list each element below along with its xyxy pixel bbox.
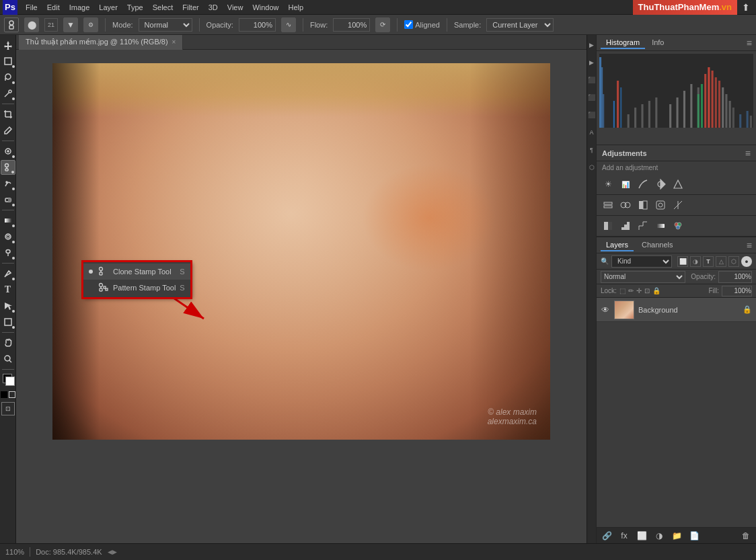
lock-artboard-icon[interactable]: ⊡ xyxy=(644,287,650,294)
dodge-tool[interactable] xyxy=(1,245,15,260)
menu-layer[interactable]: Layer xyxy=(95,2,122,13)
menu-help[interactable]: Help xyxy=(285,2,308,13)
airbrush-icon[interactable]: ∿ xyxy=(281,17,296,32)
filter-pixel-icon[interactable]: ⬜ xyxy=(677,256,688,267)
aligned-checkbox[interactable] xyxy=(404,20,413,29)
lock-position-icon[interactable]: ✛ xyxy=(636,287,642,294)
threshold-icon[interactable] xyxy=(636,218,650,233)
brush-size-indicator[interactable]: 21 xyxy=(44,18,58,32)
vibrance-icon[interactable] xyxy=(671,177,685,192)
layer-blend-mode[interactable]: Normal xyxy=(601,271,685,283)
menu-3d[interactable]: 3D xyxy=(204,2,222,13)
nav-left-icon[interactable]: ◀ xyxy=(108,549,112,555)
add-mask-btn[interactable]: ⬜ xyxy=(634,530,649,542)
hand-tool[interactable] xyxy=(1,335,15,350)
filter-smart-icon[interactable]: ⬡ xyxy=(728,256,739,267)
healing-brush-tool[interactable] xyxy=(1,144,15,159)
flow-icon[interactable]: ⟳ xyxy=(375,17,390,32)
add-style-btn[interactable]: fx xyxy=(617,530,632,542)
select-rect-tool[interactable] xyxy=(1,54,15,69)
color-balance-icon[interactable] xyxy=(618,198,633,212)
panel-icon-1[interactable]: ⬛ xyxy=(588,73,596,87)
eraser-tool[interactable] xyxy=(1,192,15,207)
upload-icon[interactable]: ⬆ xyxy=(739,0,753,15)
curves-icon[interactable] xyxy=(636,177,650,192)
selective-color-icon[interactable] xyxy=(671,218,685,233)
tab-info[interactable]: Info xyxy=(646,37,669,49)
layer-kind-filter[interactable]: Kind xyxy=(611,255,672,268)
mode-select[interactable]: Normal xyxy=(139,18,192,32)
brightness-contrast-icon[interactable]: ☀ xyxy=(601,177,615,192)
text-tool[interactable]: T xyxy=(1,282,15,297)
tab-channels[interactable]: Channels xyxy=(636,239,678,251)
new-fill-adj-btn[interactable]: ◑ xyxy=(652,530,667,542)
panel-icon-5[interactable]: ¶ xyxy=(588,143,596,157)
lock-all-icon[interactable]: 🔒 xyxy=(652,287,660,294)
menu-image[interactable]: Image xyxy=(65,2,94,13)
link-layers-btn[interactable]: 🔗 xyxy=(599,530,614,542)
menu-file[interactable]: File xyxy=(22,2,42,13)
move-tool[interactable] xyxy=(1,38,15,52)
filter-toggle[interactable]: ● xyxy=(741,256,752,267)
brush-options-icon[interactable]: ⚙ xyxy=(83,17,98,32)
gradient-tool[interactable] xyxy=(1,213,15,228)
shape-tool[interactable] xyxy=(1,315,15,329)
nav-right-icon[interactable]: ▶ xyxy=(112,549,117,555)
lock-transparent-icon[interactable]: ⬚ xyxy=(619,287,626,294)
layer-visibility-toggle[interactable]: 👁 xyxy=(601,305,610,315)
panel-icon-4[interactable]: A xyxy=(588,125,596,140)
panel-expand-icon[interactable]: ▶ xyxy=(588,38,596,52)
flow-input[interactable] xyxy=(333,18,370,32)
canvas-image[interactable]: © alex maximalexmaxim.ca Clone Stamp Too… xyxy=(52,63,550,440)
filter-adj-icon[interactable]: ◑ xyxy=(690,256,701,267)
normal-mode-icon[interactable] xyxy=(1,391,7,398)
zoom-tool[interactable] xyxy=(1,352,15,366)
delete-layer-btn[interactable]: 🗑 xyxy=(739,530,753,542)
tab-close-btn[interactable]: × xyxy=(172,38,176,46)
hsl-icon[interactable] xyxy=(601,198,615,212)
foreground-color[interactable] xyxy=(1,374,15,387)
menu-filter[interactable]: Filter xyxy=(178,2,202,13)
photo-filter-icon[interactable] xyxy=(653,198,668,212)
levels-icon[interactable]: 📊 xyxy=(618,177,633,192)
tool-icon-main[interactable] xyxy=(4,17,19,32)
menu-edit[interactable]: Edit xyxy=(43,2,64,13)
clone-stamp-tool-item[interactable]: Clone Stamp Tool S xyxy=(83,264,190,280)
new-layer-btn[interactable]: 📄 xyxy=(687,530,702,542)
filter-shape-icon[interactable]: △ xyxy=(716,256,726,267)
quick-mask-icon[interactable] xyxy=(9,391,15,398)
document-tab[interactable]: Thủ thuật phần mềm.jpg @ 110% (RGB/8) × xyxy=(19,35,183,50)
screen-mode-icon[interactable]: ⊡ xyxy=(1,402,15,415)
fill-input[interactable] xyxy=(722,286,752,296)
gradient-map-icon[interactable] xyxy=(653,218,668,233)
layer-opacity-input[interactable] xyxy=(718,271,752,283)
lock-pixels-icon[interactable]: ✏ xyxy=(628,287,634,294)
bw-icon[interactable] xyxy=(636,198,650,212)
brush-preset-icon[interactable]: ▼ xyxy=(63,17,78,32)
invert-icon[interactable] xyxy=(601,218,615,233)
menu-view[interactable]: View xyxy=(223,2,248,13)
blur-tool[interactable] xyxy=(1,229,15,244)
sample-select[interactable]: Current Layer xyxy=(486,18,554,32)
panel-icon-2[interactable]: ⬛ xyxy=(588,90,596,105)
path-select-tool[interactable] xyxy=(1,298,15,313)
magic-wand-tool[interactable] xyxy=(1,86,15,101)
lasso-tool[interactable] xyxy=(1,70,15,85)
canvas-wrapper[interactable]: © alex maximalexmaxim.ca Clone Stamp Too… xyxy=(16,50,587,543)
tab-histogram[interactable]: Histogram xyxy=(601,37,645,49)
menu-window[interactable]: Window xyxy=(248,2,282,13)
adjustments-menu-btn[interactable]: ≡ xyxy=(745,148,751,159)
clone-stamp-tool[interactable] xyxy=(1,160,15,175)
tab-layers[interactable]: Layers xyxy=(601,239,634,251)
crop-tool[interactable] xyxy=(1,107,15,122)
panel-icon-6[interactable]: ⬡ xyxy=(588,160,596,175)
pattern-stamp-tool-item[interactable]: Pattern Stamp Tool S xyxy=(83,280,190,296)
eyedropper-tool[interactable] xyxy=(1,123,15,138)
pen-tool[interactable] xyxy=(1,266,15,281)
panel-icon-3[interactable]: ⬛ xyxy=(588,108,596,122)
tool-icon-brush[interactable]: ⬤ xyxy=(24,17,39,32)
history-brush-tool[interactable] xyxy=(1,176,15,191)
exposure-icon[interactable] xyxy=(653,177,668,192)
new-group-btn[interactable]: 📁 xyxy=(669,530,684,542)
filter-type-icon[interactable]: T xyxy=(703,256,714,267)
